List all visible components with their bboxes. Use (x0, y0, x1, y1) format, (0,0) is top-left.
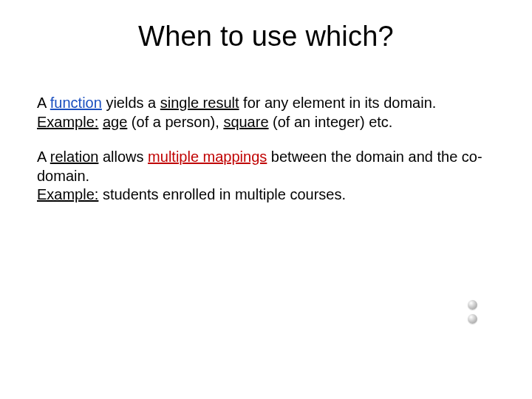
function-paragraph: A function yields a single result for an… (37, 94, 495, 132)
example-label: Example: (37, 186, 98, 202)
relation-paragraph: A relation allows multiple mappings betw… (37, 148, 495, 205)
relation-term: relation (50, 149, 99, 165)
function-term: function (50, 95, 102, 111)
text-segment: A (37, 149, 50, 165)
text-segment: allows (98, 149, 148, 165)
slide-title: When to use which? (37, 21, 495, 52)
text-segment: yields a (102, 95, 160, 111)
dot-icon (468, 314, 477, 324)
slide: When to use which? A function yields a s… (0, 0, 532, 399)
square-term: square (223, 114, 268, 130)
text-segment: for any element in its domain. (239, 95, 437, 111)
dot-icon (468, 300, 477, 310)
age-term: age (103, 114, 127, 130)
text-segment: (of an integer) etc. (269, 114, 393, 130)
text-segment: (of a person), (127, 114, 223, 130)
single-result-phrase: single result (160, 95, 239, 111)
example-label: Example: (37, 114, 98, 130)
multiple-mappings-phrase: multiple mappings (148, 149, 267, 165)
decorative-dots (468, 300, 477, 324)
text-segment: students enrolled in multiple courses. (98, 186, 346, 202)
text-segment: A (37, 95, 50, 111)
